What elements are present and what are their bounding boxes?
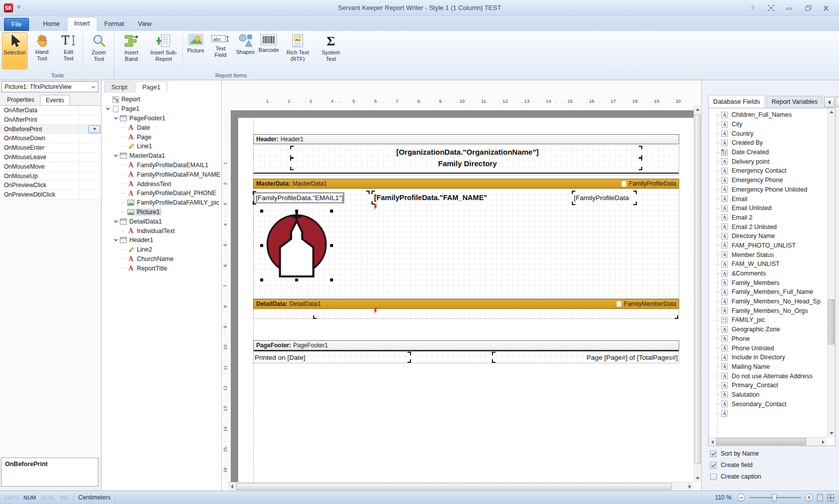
field-item-comments[interactable]: A&Comments xyxy=(711,269,827,278)
tree-node-picture1[interactable]: Picture1 xyxy=(103,208,221,217)
ribbon-tab-home[interactable]: Home xyxy=(36,18,66,31)
ribbon-tab-format[interactable]: Format xyxy=(97,18,131,31)
page-number-field[interactable]: Page [Page#] of [TotalPages#] xyxy=(587,353,678,362)
field-item-secondary-contact[interactable]: ASecondary_Contact xyxy=(711,399,827,409)
tree-node-familyprofiledatafamily-pic[interactable]: FamilyProfileDataFAMILY_pic xyxy=(103,198,221,208)
scroll-down-icon[interactable] xyxy=(694,474,701,482)
tree-node-familyprofiledatafam-name[interactable]: AFamilyProfileDataFAM_NAME xyxy=(103,170,221,179)
tree-node-churchname[interactable]: AChurchName xyxy=(103,254,221,264)
field-item-email[interactable]: AEmail xyxy=(711,194,827,204)
zoom-out-button[interactable]: − xyxy=(737,494,745,502)
tree-node-report[interactable]: Report xyxy=(103,95,221,104)
checkbox-sort-by-name[interactable]: Sort by Name xyxy=(710,450,759,457)
tree-node-date[interactable]: ADate xyxy=(103,123,221,132)
tab-script[interactable]: Script xyxy=(104,81,134,93)
address-field[interactable]: [FamilyProfileData xyxy=(574,193,634,203)
chevron-down-icon[interactable] xyxy=(113,154,119,157)
tab-database-fields[interactable]: Database Fields xyxy=(708,95,765,108)
ribbon-button-rich-text-rtf[interactable]: Rich Text (RTF) xyxy=(281,32,314,69)
tree-node-familyprofiledatah-phone[interactable]: AFamilyProfileDataH_PHONE xyxy=(103,189,221,198)
ribbon-tab-view[interactable]: View xyxy=(131,18,158,31)
ribbon-button-zoom-tool[interactable]: Zoom Tool xyxy=(85,32,113,69)
field-item-do-not-use-alternate-address[interactable]: ADo not use Alternate Address xyxy=(711,371,827,381)
org-name-field[interactable]: [OrganizationData."OrganizationName"] xyxy=(291,147,644,158)
band-detaildata[interactable]: DetailData: DetailData1 FamilyMemberData xyxy=(253,299,679,309)
event-value-cell[interactable] xyxy=(79,125,101,134)
field-item-fam-photo-unlist[interactable]: AFAM_PHOTO_UNLIST xyxy=(711,241,827,251)
event-value-cell[interactable] xyxy=(79,190,101,199)
event-value-dropdown-button[interactable] xyxy=(88,125,100,133)
field-item-member-status[interactable]: AMember Status xyxy=(711,250,827,259)
event-row-onmouseup[interactable]: OnMouseUp xyxy=(0,172,101,181)
fields-horizontal-scrollbar[interactable] xyxy=(709,437,827,446)
restore-button[interactable] xyxy=(801,3,815,12)
field-item-created-by[interactable]: ACreated By xyxy=(711,138,827,148)
minimize-button[interactable] xyxy=(782,3,796,12)
field-item-partial[interactable]: A xyxy=(711,409,827,418)
field-item-family-members-full-name[interactable]: AFamily_Members_Full_Name xyxy=(711,287,827,297)
event-row-onmouseenter[interactable]: OnMouseEnter xyxy=(0,143,101,153)
scroll-up-icon[interactable] xyxy=(694,105,701,113)
zoom-slider-thumb[interactable] xyxy=(772,494,777,502)
chevron-down-icon[interactable] xyxy=(113,239,119,242)
field-item-email-unlisted[interactable]: AEmail Unlisted xyxy=(711,204,827,213)
event-row-onpreviewclick[interactable]: OnPreviewClick xyxy=(0,181,101,190)
scroll-down-icon[interactable] xyxy=(828,430,835,437)
field-item-geographic-zone[interactable]: AGeographic Zone xyxy=(711,325,827,334)
field-item-salutation[interactable]: ASalutation xyxy=(711,390,827,400)
band-header[interactable]: Header: Header1 xyxy=(253,134,679,144)
checkbox-create-caption[interactable]: Create caption xyxy=(710,473,761,480)
scroll-left-icon[interactable] xyxy=(228,483,236,491)
event-value-cell[interactable] xyxy=(79,153,101,162)
event-value-cell[interactable] xyxy=(79,172,101,181)
field-item-phone[interactable]: APhone xyxy=(711,334,827,344)
event-value-cell[interactable] xyxy=(79,162,101,171)
tree-node-individualtext[interactable]: AIndividualText xyxy=(103,226,221,236)
scroll-up-icon[interactable] xyxy=(828,108,835,116)
help-button[interactable]: ? xyxy=(746,3,760,12)
object-selector-dropdown[interactable]: Picture1: TfrxPictureView xyxy=(1,81,98,92)
ribbon-tab-file[interactable]: File xyxy=(4,18,29,31)
tree-node-page[interactable]: APage xyxy=(103,132,221,142)
field-item-emergency-phone-unlisted[interactable]: AEmergency Phone Unlisted xyxy=(711,185,827,195)
band-masterdata-content[interactable]: [FamilyProfileData."EMAIL1"] [FamilyProf… xyxy=(253,189,679,299)
field-item-fam-w-unlist[interactable]: AFAM_W_UNLIST xyxy=(711,259,827,269)
band-pagefooter[interactable]: PageFooter: PageFooter1 xyxy=(253,340,679,350)
tree-node-masterdata1[interactable]: MasterData1 xyxy=(103,151,221,161)
event-row-onmousemove[interactable]: OnMouseMove xyxy=(0,162,101,172)
field-item-family-pic[interactable]: FAMILY_pic xyxy=(711,315,827,325)
ribbon-button-shapes[interactable]: Shapes xyxy=(234,32,256,69)
chevron-down-icon[interactable] xyxy=(113,117,119,120)
tab-scroll-left-button[interactable] xyxy=(824,97,835,107)
scroll-left-icon[interactable] xyxy=(709,438,716,446)
band-detaildata-content[interactable] xyxy=(253,309,679,319)
tab-properties[interactable]: Properties xyxy=(1,95,40,105)
tree-node-reporttitle[interactable]: AReportTitle xyxy=(103,263,221,273)
canvas-vertical-scrollbar[interactable] xyxy=(694,105,701,482)
field-item-family-members-no-orgs[interactable]: AFamily_Members_No_Orgs xyxy=(711,306,827,315)
scrollbar-thumb[interactable] xyxy=(695,114,701,464)
event-row-onmouseleave[interactable]: OnMouseLeave xyxy=(0,153,101,162)
footer-line[interactable] xyxy=(254,350,679,351)
scrollbar-thumb[interactable] xyxy=(236,483,672,490)
tab-report-variables[interactable]: Report Variables xyxy=(767,96,823,108)
ribbon-button-selection[interactable]: Selection xyxy=(2,32,27,69)
event-value-cell[interactable] xyxy=(79,134,101,143)
checkbox-box[interactable] xyxy=(710,474,717,480)
field-item-delivery-point[interactable]: ADelivery point xyxy=(711,157,827,166)
tree-node-detaildata1[interactable]: DetailData1 xyxy=(103,217,221,226)
ribbon-button-insert-band[interactable]: Insert Band xyxy=(116,32,146,69)
field-item-family-members-no-head-sp[interactable]: AFamily_Members_No_Head_Sp xyxy=(711,297,827,306)
chevron-down-icon[interactable] xyxy=(113,220,119,223)
field-item-email-2-unlisted[interactable]: AEmail 2 Unlisted xyxy=(711,222,827,232)
tree-node-line1[interactable]: Line1 xyxy=(103,142,221,151)
event-row-onmousedown[interactable]: OnMouseDown xyxy=(0,134,101,143)
fields-vertical-scrollbar[interactable] xyxy=(827,108,835,437)
band-masterdata[interactable]: MasterData: MasterData1 FamilyProfileDat… xyxy=(253,179,679,189)
event-value-cell[interactable] xyxy=(79,106,101,115)
scroll-right-icon[interactable] xyxy=(820,438,827,446)
fullscreen-button[interactable] xyxy=(764,3,778,12)
zoom-in-button[interactable]: + xyxy=(805,494,813,502)
email-field[interactable]: [FamilyProfileData."EMAIL1"] xyxy=(254,193,344,203)
ribbon-button-picture[interactable]: Picture xyxy=(185,32,207,69)
